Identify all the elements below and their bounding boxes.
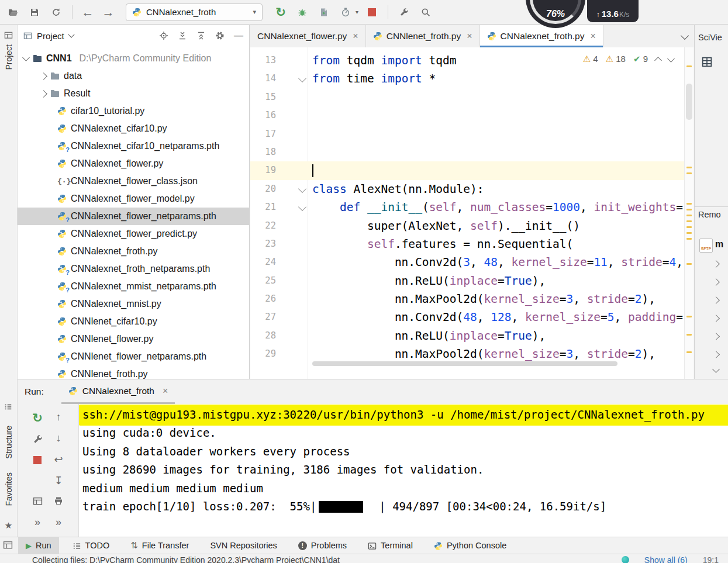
tree-item-CNNalexnet_flower.py[interactable]: CNNalexnet_flower.py — [18, 155, 249, 172]
code-line-27[interactable]: 27 nn.Conv2d(48, 128, kernel_size=5, pad… — [250, 308, 694, 326]
expand-all-icon[interactable] — [178, 31, 188, 41]
chevron-right-icon[interactable] — [712, 351, 720, 358]
error-stripe[interactable] — [684, 47, 694, 379]
chevron-down-icon[interactable] — [22, 54, 30, 61]
profiler-button[interactable] — [337, 4, 354, 20]
run-configuration-select[interactable]: CNNalexnet_froth ▾ — [126, 4, 263, 21]
debug-button[interactable] — [294, 4, 310, 20]
previous-problem-icon[interactable] — [654, 57, 662, 64]
status-item-svn-repositories[interactable]: SVN Repositories — [202, 537, 284, 554]
fold-icon[interactable] — [298, 203, 306, 211]
rerun-icon[interactable]: ↻ — [30, 411, 44, 425]
structure-tool-icon[interactable] — [4, 403, 13, 412]
open-icon[interactable] — [5, 4, 21, 20]
status-item-problems[interactable]: !Problems — [291, 537, 354, 554]
tree-item-CNNalexnet_flower_netparams.pth[interactable]: ?CNNalexnet_flower_netparams.pth — [18, 208, 249, 225]
sync-icon[interactable] — [48, 4, 64, 20]
chevron-down-icon[interactable] — [68, 31, 74, 37]
scrollbar-thumb[interactable] — [686, 84, 692, 120]
stripe-button-sciview[interactable]: SciVie — [698, 33, 722, 42]
code-line-24[interactable]: 24 nn.Conv2d(3, 48, kernel_size=11, stri… — [250, 253, 694, 271]
tree-item-CNNlenet_froth.py[interactable]: CNNlenet_froth.py — [18, 365, 249, 379]
tree-item-CNN1[interactable]: CNN1D:\PyCharm Community Edition — [18, 50, 249, 67]
code-line-18[interactable]: 18 — [250, 143, 694, 161]
status-item-run[interactable]: ▶Run — [18, 537, 59, 554]
wrench-icon[interactable] — [30, 433, 44, 445]
close-icon[interactable]: × — [353, 31, 358, 42]
code-line-20[interactable]: 20class AlexNet(nn.Module): — [250, 180, 694, 198]
more-options-icon[interactable]: » — [30, 516, 44, 529]
status-item-python-console[interactable]: Python Console — [426, 537, 514, 554]
weak-warning-indicator[interactable]: ⚠ 4 — [583, 54, 598, 64]
show-all-link[interactable]: Show all (6) — [644, 555, 688, 563]
run-console[interactable]: ssh://mist@gpu193.mistgpu.xyz:30220/usr/… — [78, 404, 728, 537]
grid-icon[interactable] — [702, 57, 712, 67]
stop-icon[interactable] — [30, 454, 44, 466]
tree-item-CNNalexnet_cifar10_netparams.pth[interactable]: ?CNNalexnet_cifar10_netparams.pth — [18, 137, 249, 155]
code-line-25[interactable]: 25 nn.ReLU(inplace=True), — [250, 272, 694, 290]
horizontal-scrollbar[interactable] — [312, 361, 617, 366]
code-line-29[interactable]: 29 nn.MaxPool2d(kernel_size=3, stride=2)… — [250, 345, 694, 363]
tree-item-CNNlenet_flower.py[interactable]: CNNlenet_flower.py — [18, 330, 249, 348]
locate-file-icon[interactable] — [159, 31, 169, 41]
hide-panel-icon[interactable]: — — [234, 33, 243, 39]
code-line-14[interactable]: 14from time import * — [250, 70, 694, 88]
wrench-icon[interactable] — [396, 4, 412, 20]
tree-item-CNNalexnet_flower_predict.py[interactable]: CNNalexnet_flower_predict.py — [18, 225, 249, 243]
tab-CNNalexnet_flower.py[interactable]: CNNalexnet_flower.py× — [250, 25, 366, 47]
chevron-right-icon[interactable] — [712, 278, 720, 286]
more-options-icon[interactable]: » — [51, 516, 65, 529]
fold-icon[interactable] — [298, 74, 306, 82]
next-problem-icon[interactable] — [667, 55, 675, 63]
code-line-15[interactable]: 15 — [250, 88, 694, 106]
status-item-file-transfer[interactable]: ⇅File Transfer — [123, 537, 196, 554]
save-all-icon[interactable] — [26, 4, 43, 20]
tree-item-CNNalexnet_froth_netparams.pth[interactable]: ?CNNalexnet_froth_netparams.pth — [18, 260, 249, 278]
stripe-button-project[interactable]: Project — [4, 44, 13, 70]
caret-position[interactable]: 19:1 — [703, 555, 719, 563]
tree-item-Result[interactable]: Result — [18, 85, 249, 102]
code-editor[interactable]: 13from tqdm import tqdm14from time impor… — [250, 47, 694, 379]
project-panel-title[interactable]: Project — [37, 31, 64, 41]
soft-wrap-icon[interactable]: ↩ — [51, 453, 65, 466]
background-task-icon[interactable] — [622, 556, 629, 563]
code-line-23[interactable]: 23 self.features = nn.Sequential( — [250, 235, 694, 253]
run-tab[interactable]: CNNalexnet_froth × — [61, 379, 175, 404]
profiler-dropdown-icon[interactable]: ▾ — [356, 9, 358, 15]
code-line-22[interactable]: 22 super(AlexNet, self).__init__() — [250, 217, 694, 235]
tree-item-CNNalexnet_mnist.py[interactable]: CNNalexnet_mnist.py — [18, 295, 249, 313]
star-icon[interactable]: ★ — [5, 520, 12, 531]
tree-item-CNNalexnet_flower_class.json[interactable]: {·}CNNalexnet_flower_class.json — [18, 172, 249, 190]
tree-item-CNNalexnet_mmist_netparams.pth[interactable]: ?CNNalexnet_mmist_netparams.pth — [18, 278, 249, 295]
scroll-to-end-icon[interactable]: ↧ — [51, 474, 65, 487]
code-line-17[interactable]: 17 — [250, 125, 694, 143]
stripe-button-favorites[interactable]: Favorites — [4, 472, 13, 506]
tree-item-CNNlenet_flower_netparams.pth[interactable]: ?CNNlenet_flower_netparams.pth — [18, 348, 249, 365]
search-icon[interactable] — [418, 4, 434, 20]
warning-indicator[interactable]: ⚠ 18 — [606, 54, 626, 64]
back-icon[interactable]: ← — [80, 5, 95, 19]
typo-indicator[interactable]: ✔ 9 — [633, 54, 648, 64]
close-icon[interactable]: × — [163, 386, 168, 396]
tree-item-cifar10_tutorial.py[interactable]: cifar10_tutorial.py — [18, 102, 249, 120]
tab-CNNalexnet_froth.py[interactable]: CNNalexnet_froth.py× — [480, 25, 603, 47]
tree-item-data[interactable]: data — [18, 67, 249, 85]
tree-item-CNNlenet_cifar10.py[interactable]: CNNlenet_cifar10.py — [18, 313, 249, 330]
tool-window-switcher-icon[interactable] — [3, 540, 13, 551]
stop-button[interactable] — [364, 4, 380, 20]
close-icon[interactable]: × — [590, 31, 595, 42]
chevron-right-icon[interactable] — [712, 315, 720, 322]
chevron-right-icon[interactable] — [712, 333, 720, 340]
status-item-todo[interactable]: TODO — [65, 537, 118, 554]
tab-CNNlenet_froth.py[interactable]: CNNlenet_froth.py× — [366, 25, 480, 47]
rerun-button[interactable]: ↻ — [272, 4, 289, 20]
chevron-right-icon[interactable] — [712, 296, 720, 304]
print-icon[interactable] — [51, 495, 65, 508]
tree-item-CNNalexnet_cifar10.py[interactable]: CNNalexnet_cifar10.py — [18, 120, 249, 137]
tree-item-CNNalexnet_froth.py[interactable]: CNNalexnet_froth.py — [18, 243, 249, 260]
code-line-19[interactable]: 19 — [250, 161, 694, 179]
close-icon[interactable]: × — [467, 31, 472, 42]
forward-icon[interactable]: → — [101, 5, 116, 19]
tree-item-CNNalexnet_flower_model.py[interactable]: CNNalexnet_flower_model.py — [18, 190, 249, 208]
code-line-16[interactable]: 16 — [250, 106, 694, 125]
